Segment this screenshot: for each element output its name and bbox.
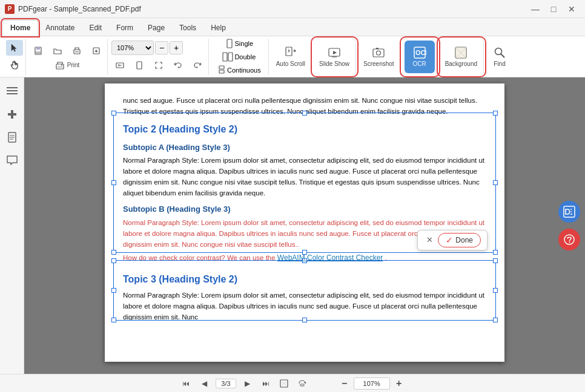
svg-rect-4 (75, 51, 79, 53)
zoom-bar-control: − 107% + (338, 377, 406, 390)
cursor-tools-group (4, 39, 26, 75)
body-a-text: Normal Paragraph Style: Lorem ipsum dolo… (123, 155, 486, 198)
find-label: Find (494, 60, 505, 67)
single-page-button[interactable]: Single (213, 38, 266, 50)
color-contrast-end: . (385, 254, 387, 261)
full-screen-button[interactable] (150, 57, 167, 73)
open-button[interactable] (49, 43, 66, 59)
undo-button[interactable] (170, 57, 187, 73)
done-dialog: ✕ ✓ Done (417, 230, 488, 250)
save-button[interactable] (30, 43, 47, 59)
hand-tool-button[interactable] (6, 57, 23, 73)
svg-point-39 (569, 242, 570, 243)
last-page-button[interactable]: ⏭ (259, 377, 273, 390)
svg-line-27 (501, 54, 504, 57)
tab-home[interactable]: Home (2, 20, 38, 36)
svg-rect-2 (36, 51, 41, 54)
bottom-bar: ⏮ ◀ 3/3 ▶ ⏭ − 107% + (0, 374, 585, 392)
subtopic-a-heading: Subtopic A (Heading Style 3) (123, 142, 486, 154)
ocr-group: OCR OCR (402, 39, 438, 75)
tab-form[interactable]: Form (109, 20, 140, 36)
zoom-out-bar-button[interactable]: − (338, 377, 351, 390)
select-tool-button[interactable] (6, 40, 23, 56)
sidebar-left (0, 77, 24, 374)
svg-point-26 (495, 48, 502, 55)
sel-handle-bl[interactable] (111, 250, 116, 255)
svg-point-8 (61, 64, 62, 65)
continuous-button[interactable]: Continuous (213, 64, 266, 76)
float-ocr-button[interactable] (558, 201, 580, 223)
svg-rect-41 (300, 384, 304, 386)
pdf-area[interactable]: nunc sed augue. Fusce ut placerat orci n… (24, 77, 585, 374)
autoscroll-group: Auto Scroll (270, 39, 312, 75)
sel2-handle-ml[interactable] (111, 288, 116, 293)
sel-handle-ml[interactable] (111, 180, 116, 185)
tab-page[interactable]: Page (140, 20, 172, 36)
done-close-button[interactable]: ✕ (424, 233, 435, 247)
window-controls: — □ ✕ (527, 2, 580, 16)
sel-handle-tr[interactable] (493, 111, 498, 116)
print-file-button[interactable] (68, 43, 85, 59)
slideshow-button[interactable]: Slide Show (316, 41, 353, 73)
sel2-handle-mr[interactable] (493, 288, 498, 293)
next-page-button[interactable]: ▶ (241, 377, 254, 390)
fit-height-button[interactable] (131, 57, 148, 73)
first-page-button[interactable]: ⏮ (179, 377, 193, 390)
window-title: PDFgear - Sample_Scanned_PDF.pdf (18, 5, 141, 13)
redo-button[interactable] (189, 57, 206, 73)
fit-width-button[interactable] (111, 57, 128, 73)
sel2-handle-tl[interactable] (111, 258, 116, 263)
slideshow-group: Slide Show (313, 39, 356, 75)
screenshot-group: Screenshot (357, 39, 401, 75)
minimize-button[interactable]: — (527, 2, 544, 16)
svg-rect-29 (7, 90, 18, 91)
find-button[interactable]: Find (488, 41, 512, 73)
done-button[interactable]: ✓ Done (438, 233, 481, 247)
rotate-button[interactable] (296, 377, 309, 390)
sel-handle-tl[interactable] (111, 111, 116, 116)
screenshot-label: Screenshot (363, 60, 394, 67)
sel-handle-mr[interactable] (493, 180, 498, 185)
svg-rect-12 (223, 53, 227, 61)
sel2-handle-tr[interactable] (493, 258, 498, 263)
color-contrast-question: How do we check color contrast? We can u… (123, 254, 277, 261)
tab-help[interactable]: Help (203, 20, 233, 36)
sel2-handle-bl[interactable] (111, 318, 116, 322)
top-partial-text: nunc sed augue. Fusce ut placerat orci n… (123, 96, 486, 117)
background-button[interactable]: Background (441, 41, 481, 73)
zoom-in-button[interactable]: + (170, 41, 183, 54)
zoom-select[interactable]: 107% 50% 75% 100% 125% 150% (111, 41, 154, 55)
double-page-button[interactable]: Double (213, 51, 266, 63)
sidebar-icon-comments[interactable] (3, 151, 21, 169)
zoom-in-bar-button[interactable]: + (392, 377, 406, 390)
autoscroll-button[interactable]: Auto Scroll (273, 41, 309, 73)
zoom-history-group: 107% 50% 75% 100% 125% 150% − + (109, 39, 209, 75)
svg-text:OCR: OCR (415, 49, 426, 56)
float-extra-button[interactable] (558, 229, 580, 250)
maximize-button[interactable]: □ (545, 2, 562, 16)
ocr-button[interactable]: OCR OCR (405, 41, 435, 73)
pdf-page: nunc sed augue. Fusce ut placerat orci n… (105, 83, 504, 362)
single-label: Single (235, 40, 254, 47)
print-button[interactable]: Print (50, 60, 85, 71)
page-display[interactable]: 3/3 (216, 379, 236, 388)
screenshot-button[interactable]: Screenshot (360, 41, 398, 73)
tab-tools[interactable]: Tools (172, 20, 203, 36)
sidebar-icon-add[interactable] (3, 105, 21, 123)
tab-annotate[interactable]: Annotate (38, 20, 82, 36)
color-contrast-link[interactable]: WebAIM Color Contrast Checker (277, 253, 383, 262)
sel2-handle-br[interactable] (493, 318, 498, 322)
sidebar-icon-pages[interactable] (3, 128, 21, 146)
sidebar-icon-menu[interactable] (3, 82, 21, 100)
tab-edit[interactable]: Edit (82, 20, 109, 36)
zoom-out-button[interactable]: − (155, 41, 168, 54)
export-button[interactable] (88, 43, 105, 59)
title-bar: P PDFgear - Sample_Scanned_PDF.pdf — □ ✕ (0, 0, 585, 18)
close-button[interactable]: ✕ (563, 2, 580, 16)
svg-point-38 (564, 235, 574, 244)
sel-handle-br[interactable] (493, 250, 498, 255)
fit-page-button[interactable] (277, 377, 291, 390)
prev-page-button[interactable]: ◀ (197, 377, 211, 390)
svg-rect-30 (7, 93, 18, 94)
right-float-buttons (558, 201, 580, 250)
